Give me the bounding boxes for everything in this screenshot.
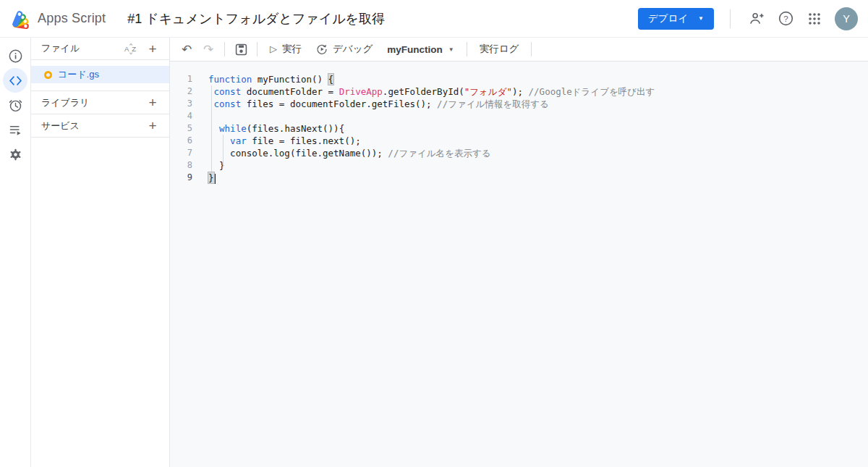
function-name: myFunction bbox=[387, 44, 443, 55]
nav-settings-button[interactable] bbox=[3, 142, 27, 167]
divider bbox=[531, 42, 532, 56]
app-name: Apps Script bbox=[38, 11, 106, 26]
file-name: コード.gs bbox=[58, 68, 99, 81]
plus-icon: + bbox=[148, 42, 156, 56]
code-icon bbox=[8, 73, 23, 88]
undo-button[interactable]: ↶ bbox=[176, 39, 197, 59]
code-line-text: while(files.hasNext()){ bbox=[208, 122, 344, 135]
redo-icon: ↷ bbox=[203, 42, 213, 57]
save-button[interactable] bbox=[230, 39, 252, 59]
deploy-button[interactable]: デプロイ ▼ bbox=[638, 8, 714, 30]
code-line[interactable]: 8 } bbox=[170, 159, 868, 172]
nav-executions-button[interactable] bbox=[3, 117, 27, 142]
sort-files-button[interactable]: A Z bbox=[122, 39, 140, 58]
line-number[interactable]: 3 bbox=[170, 98, 192, 110]
code-line[interactable]: 7 console.log(file.getName()); //ファイル名を表… bbox=[170, 147, 868, 159]
line-number[interactable]: 9 bbox=[170, 172, 192, 184]
help-button[interactable]: ? bbox=[771, 4, 800, 33]
apps-script-logo[interactable]: Apps Script bbox=[10, 8, 106, 30]
code-line[interactable]: 3 const files = documentFolder.getFiles(… bbox=[170, 98, 868, 110]
person-add-icon bbox=[749, 10, 765, 27]
google-apps-grid-button[interactable] bbox=[800, 4, 829, 33]
nav-editor-button[interactable] bbox=[3, 68, 27, 93]
chevron-down-icon: ▼ bbox=[448, 46, 454, 53]
nav-overview-button[interactable] bbox=[3, 43, 27, 68]
line-number[interactable]: 1 bbox=[170, 73, 192, 85]
code-line-text: function myFunction() { bbox=[208, 73, 333, 85]
code-editor[interactable]: 1function myFunction() {2 const document… bbox=[170, 62, 868, 467]
editor-toolbar: ↶ ↷ ▷ 実行 bbox=[170, 38, 868, 62]
debug-icon bbox=[316, 43, 328, 55]
code-line[interactable]: 6 var file = files.next(); bbox=[170, 135, 868, 147]
line-number[interactable]: 7 bbox=[170, 147, 192, 159]
code-line[interactable]: 5 while(files.hasNext()){ bbox=[170, 122, 868, 135]
libraries-section[interactable]: ライブラリ + bbox=[31, 91, 169, 114]
line-number[interactable]: 5 bbox=[170, 122, 192, 135]
files-panel-header: ファイル A Z + bbox=[31, 38, 169, 60]
executions-list-icon bbox=[8, 122, 23, 138]
execution-log-label: 実行ログ bbox=[480, 43, 519, 56]
services-section[interactable]: サービス + bbox=[31, 114, 169, 138]
code-line[interactable]: 9} bbox=[170, 172, 868, 184]
plus-icon: + bbox=[148, 96, 156, 109]
files-panel: ファイル A Z + コード.gs bbox=[31, 38, 170, 467]
libraries-label: ライブラリ bbox=[41, 96, 90, 109]
files-header-label: ファイル bbox=[41, 42, 80, 55]
gear-icon bbox=[8, 147, 23, 162]
add-service-button[interactable]: + bbox=[143, 117, 162, 135]
function-selector[interactable]: myFunction ▼ bbox=[380, 39, 461, 59]
code-line-text: const files = documentFolder.getFiles();… bbox=[208, 98, 549, 110]
indent-guide bbox=[223, 135, 224, 167]
code-line-text: console.log(file.getName()); //ファイル名を表示す… bbox=[208, 147, 490, 159]
divider bbox=[467, 42, 467, 56]
line-number[interactable]: 4 bbox=[170, 110, 192, 122]
file-item-code-gs[interactable]: コード.gs bbox=[31, 66, 169, 83]
nav-triggers-button[interactable] bbox=[3, 93, 27, 117]
line-number[interactable]: 6 bbox=[170, 135, 192, 147]
code-line-text: var file = files.next(); bbox=[208, 135, 361, 147]
save-icon bbox=[234, 43, 248, 56]
left-navigation-rail bbox=[0, 38, 31, 467]
debug-button[interactable]: デバッグ bbox=[309, 39, 380, 59]
play-icon: ▷ bbox=[270, 43, 277, 54]
redo-button[interactable]: ↷ bbox=[197, 39, 219, 59]
code-line[interactable]: 1function myFunction() { bbox=[170, 73, 868, 85]
clock-icon bbox=[8, 98, 23, 113]
text-cursor bbox=[214, 174, 216, 184]
code-line-text: } bbox=[208, 172, 216, 184]
chevron-down-icon: ▼ bbox=[698, 15, 704, 22]
line-number[interactable]: 8 bbox=[170, 159, 192, 172]
info-icon bbox=[8, 49, 23, 64]
svg-text:?: ? bbox=[783, 14, 788, 23]
avatar[interactable]: Y bbox=[835, 7, 858, 30]
svg-text:Z: Z bbox=[132, 44, 136, 52]
file-list: コード.gs bbox=[31, 60, 169, 91]
share-project-button[interactable] bbox=[742, 4, 771, 33]
plus-icon: + bbox=[148, 119, 156, 132]
undo-icon: ↶ bbox=[182, 42, 192, 57]
debug-label: デバッグ bbox=[333, 43, 373, 56]
sort-az-icon: A Z bbox=[124, 43, 138, 55]
apps-grid-icon bbox=[807, 12, 822, 26]
divider bbox=[257, 42, 258, 56]
services-label: サービス bbox=[41, 119, 80, 132]
run-label: 実行 bbox=[282, 43, 302, 56]
add-file-button[interactable]: + bbox=[143, 39, 162, 58]
svg-text:A: A bbox=[124, 44, 129, 52]
indent-guide bbox=[211, 85, 212, 172]
code-line[interactable]: 4 bbox=[170, 110, 868, 122]
gs-file-icon bbox=[44, 71, 52, 79]
help-icon: ? bbox=[778, 10, 794, 27]
app-header: Apps Script #1 ドキュメントフォルダとファイルを取得 デプロイ ▼… bbox=[0, 0, 868, 38]
code-line-text: const documentFolder = DriveApp.getFolde… bbox=[208, 85, 655, 98]
apps-script-logo-icon bbox=[10, 8, 32, 30]
divider bbox=[224, 42, 225, 56]
execution-log-button[interactable]: 実行ログ bbox=[472, 39, 527, 59]
code-line[interactable]: 2 const documentFolder = DriveApp.getFol… bbox=[170, 85, 868, 98]
avatar-letter: Y bbox=[843, 13, 850, 25]
project-title[interactable]: #1 ドキュメントフォルダとファイルを取得 bbox=[127, 10, 385, 28]
add-library-button[interactable]: + bbox=[143, 93, 162, 112]
line-number[interactable]: 2 bbox=[170, 85, 192, 98]
run-button[interactable]: ▷ 実行 bbox=[263, 39, 309, 59]
divider bbox=[730, 9, 731, 28]
